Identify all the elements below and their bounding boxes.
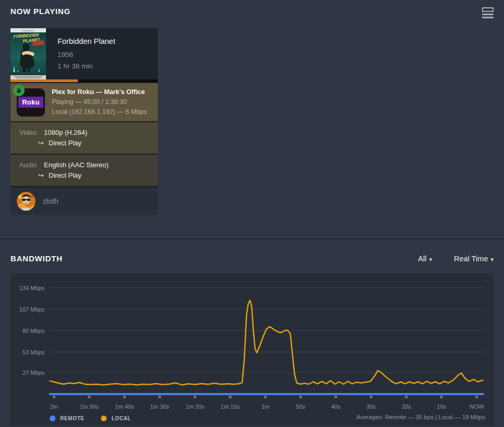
chart-legend: REMOTE LOCAL [50, 416, 131, 421]
list-view-icon-bar [482, 17, 494, 18]
bandwidth-chart-svg: 134 Mbps107 Mbps80 Mbps53 Mbps27 Mbps2m1… [10, 273, 494, 426]
chart-averages-text: Averages: Remote — 35 bps | Local — 19 M… [357, 414, 485, 420]
legend-item-remote[interactable]: REMOTE [50, 416, 84, 421]
x-axis-label: 20s [402, 403, 411, 410]
direct-play-arrow-icon: ↪ [21, 170, 44, 180]
local-series-line [50, 301, 483, 385]
local-legend-label: LOCAL [111, 416, 131, 421]
x-axis-tick [440, 396, 443, 398]
user-row: zloth [10, 187, 158, 215]
user-avatar[interactable] [17, 192, 36, 211]
audio-label: Audio [14, 160, 37, 170]
local-legend-dot-icon [101, 416, 107, 421]
list-view-icon[interactable] [482, 7, 494, 18]
y-axis-label: 53 Mbps [22, 349, 45, 355]
remote-legend-label: REMOTE [60, 416, 84, 421]
video-value: 1080p (H.264) [44, 128, 87, 137]
x-axis-tick [405, 396, 408, 398]
player-connection: Local (192.168.1.192) — 6 Mbps [52, 107, 147, 117]
audio-decision: Direct Play [49, 170, 82, 180]
list-view-icon-bar [482, 14, 494, 15]
x-axis-tick [370, 396, 372, 398]
y-axis-label: 107 Mbps [19, 306, 45, 313]
video-stream-row: Video 1080p (H.264) ↪ Direct Play [10, 122, 158, 154]
filter-all-label: All [418, 255, 427, 263]
player-row: Roku Plex for Roku — Mark's Office Playi… [10, 83, 158, 121]
x-axis-label: 50s [296, 403, 305, 410]
playback-progress-bar [10, 79, 158, 82]
media-duration: 1 hr 38 min [58, 61, 115, 72]
audio-stream-row: Audio English (AAC Stereo) ↪ Direct Play [10, 155, 158, 186]
x-axis-label: 30s [366, 403, 376, 410]
roku-logo: Roku [18, 97, 43, 108]
media-card-header: M·G·M presents FORBIDDEN PLANET [10, 28, 158, 79]
legend-item-local[interactable]: LOCAL [101, 416, 131, 421]
x-axis-label: 1m 10s [221, 403, 240, 410]
y-axis-label: 27 Mbps [22, 370, 45, 376]
filter-dropdown-all[interactable]: All▾ [418, 255, 432, 263]
video-label: Video [14, 128, 37, 137]
x-axis-tick [88, 396, 90, 398]
bandwidth-section: BANDWIDTH All▾ Real Time▾ 134 Mbps107 Mb… [0, 238, 504, 426]
x-axis-tick [123, 396, 126, 398]
y-axis-label: 80 Mbps [22, 328, 45, 334]
movie-poster[interactable]: M·G·M presents FORBIDDEN PLANET [10, 28, 46, 79]
media-year: 1956 [58, 49, 115, 61]
x-axis-label: 1m [261, 403, 269, 410]
filter-timeframe-label: Real Time [454, 255, 488, 263]
list-view-icon-rect [482, 7, 494, 12]
x-axis-label: NOW [469, 403, 484, 410]
x-axis-label: 1m 40s [115, 403, 134, 410]
bandwidth-chart-panel: 134 Mbps107 Mbps80 Mbps53 Mbps27 Mbps2m1… [10, 273, 494, 426]
audio-value: English (AAC Stereo) [44, 160, 109, 170]
x-axis-label: 2m [50, 403, 58, 410]
y-axis-label: 134 Mbps [19, 285, 45, 291]
now-playing-section: NOW PLAYING M·G·M presents FOR [0, 0, 504, 215]
x-axis-tick [335, 396, 337, 398]
x-axis-tick [229, 396, 232, 398]
x-axis-tick [299, 396, 302, 398]
x-axis-label: 40s [331, 403, 340, 410]
player-name: Plex for Roku — Mark's Office [52, 87, 147, 97]
x-axis-label: 1m 20s [186, 403, 205, 410]
x-axis-tick [53, 396, 55, 398]
user-name: zloth [43, 197, 59, 205]
svg-text:M·G·M presents: M·G·M presents [22, 30, 34, 32]
remote-legend-dot-icon [50, 416, 55, 421]
now-playing-card: M·G·M presents FORBIDDEN PLANET [10, 28, 158, 215]
player-status: Playing — 45:00 / 1:38:30 [52, 97, 147, 107]
x-axis-tick [193, 396, 196, 398]
secure-connection-lock-icon [13, 85, 25, 96]
x-axis-tick [475, 396, 478, 398]
x-axis-tick [158, 396, 161, 398]
bandwidth-title: BANDWIDTH [10, 254, 63, 263]
x-axis-label: 10s [437, 403, 446, 410]
direct-play-arrow-icon: ↪ [21, 138, 44, 148]
caret-down-icon: ▾ [490, 256, 494, 262]
x-axis-tick [264, 396, 267, 398]
x-axis-label: 1m 30s [150, 403, 169, 410]
caret-down-icon: ▾ [429, 256, 432, 262]
media-title[interactable]: Forbidden Planet [58, 37, 115, 45]
video-decision: Direct Play [49, 138, 82, 148]
playback-progress-fill [10, 79, 78, 82]
x-axis-label: 1m 50s [80, 403, 99, 410]
now-playing-title: NOW PLAYING [10, 7, 71, 16]
filter-dropdown-timeframe[interactable]: Real Time▾ [454, 255, 494, 263]
